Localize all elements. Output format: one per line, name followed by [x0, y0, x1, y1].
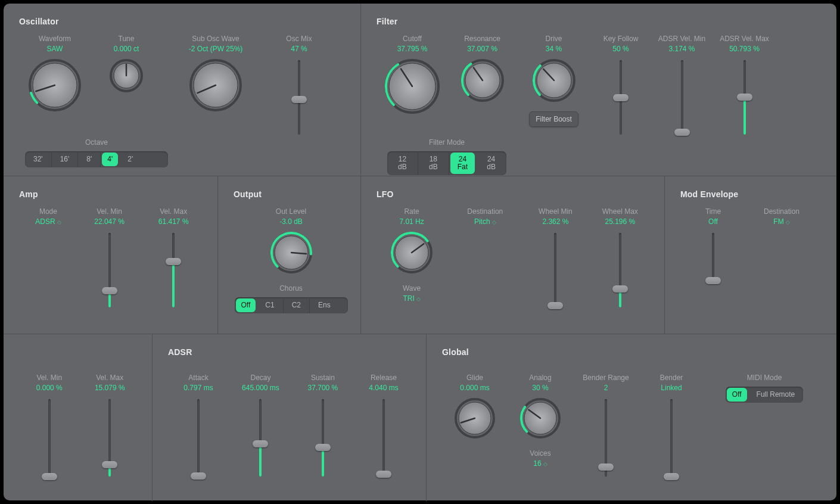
tune-knob[interactable]: [110, 59, 143, 95]
glide-label: Glide: [466, 374, 483, 382]
wheelmax-slider[interactable]: [615, 233, 626, 307]
keyfollow-value[interactable]: 50 %: [612, 45, 629, 53]
segment-option[interactable]: 12 dB: [387, 151, 418, 175]
benderrange-control: Bender Range 2: [573, 374, 639, 477]
segment-option[interactable]: 32': [25, 151, 52, 167]
segment-option[interactable]: 4': [102, 153, 118, 166]
attack-value[interactable]: 0.797 ms: [183, 384, 213, 392]
analog-knob[interactable]: [520, 398, 561, 441]
modvel-max-label: Vel. Max: [96, 374, 123, 382]
lfo-dest-value[interactable]: Pitch◇: [474, 217, 496, 226]
filtermode-segment[interactable]: 12 dB18 dB24Fat24 dB: [387, 151, 506, 175]
tune-value[interactable]: 0.000 ct: [114, 45, 139, 53]
wheelmin-slider[interactable]: [550, 233, 561, 307]
wheelmin-value[interactable]: 2.362 %: [542, 217, 568, 226]
attack-slider[interactable]: [193, 399, 204, 477]
segment-option[interactable]: 8': [78, 151, 101, 167]
subosc-knob[interactable]: [189, 59, 242, 114]
adsr-velmin-label: ADSR Vel. Min: [658, 35, 705, 43]
modenv-dest-value[interactable]: FM◇: [773, 217, 789, 226]
adsr-velmax-slider[interactable]: [739, 60, 750, 135]
modvel-min-slider[interactable]: [44, 399, 55, 477]
outlevel-knob[interactable]: [270, 232, 312, 276]
subosc-control: Sub Osc Wave -2 Oct (PW 25%): [162, 35, 269, 135]
lfo-rate-value[interactable]: 7.01 Hz: [399, 217, 424, 226]
drive-knob[interactable]: [533, 59, 575, 104]
release-slider[interactable]: [378, 399, 389, 477]
resonance-knob[interactable]: [461, 59, 504, 104]
subosc-value[interactable]: -2 Oct (PW 25%): [189, 45, 243, 53]
sustain-slider[interactable]: [318, 399, 328, 477]
adsr-section: ADSR Attack 0.797 ms Decay 645.000 ms Su…: [153, 334, 427, 501]
amp-mode-control: Mode ADSR◇: [19, 207, 77, 307]
lfo-title: LFO: [377, 189, 652, 199]
lfo-wave-value[interactable]: TRI◇: [403, 294, 420, 303]
modvel-min-value[interactable]: 0.000 %: [36, 384, 63, 392]
segment-option[interactable]: 24Fat: [450, 153, 475, 174]
sustain-value[interactable]: 37.700 %: [308, 384, 338, 392]
amp-velmax-slider[interactable]: [168, 233, 179, 307]
segment-option[interactable]: Full Remote: [748, 387, 804, 403]
lfo-rate-knob[interactable]: [391, 232, 433, 276]
amp-velmin-value[interactable]: 22.047 %: [94, 217, 125, 226]
outlevel-value[interactable]: -3.0 dB: [279, 217, 303, 226]
drive-control: Drive 34 % Filter Boost: [517, 35, 591, 135]
adsr-velmin-slider[interactable]: [677, 60, 687, 135]
chorus-segment[interactable]: OffC1C2Ens: [235, 297, 348, 313]
release-value[interactable]: 4.040 ms: [369, 384, 398, 392]
adsr-velmax-value[interactable]: 50.793 %: [729, 45, 760, 53]
oscmix-control: Osc Mix 47 %: [269, 35, 329, 135]
oscmix-value[interactable]: 47 %: [291, 45, 307, 53]
modenv-time-slider[interactable]: [708, 233, 718, 281]
decay-slider[interactable]: [255, 399, 266, 477]
adsr-velmin-value[interactable]: 3.174 %: [668, 45, 695, 53]
amp-title: Amp: [19, 189, 206, 199]
segment-option[interactable]: 2': [119, 151, 141, 167]
segment-option[interactable]: 16': [52, 151, 79, 167]
waveform-knob[interactable]: [29, 59, 81, 114]
decay-value[interactable]: 645.000 ms: [242, 384, 279, 392]
amp-mode-value[interactable]: ADSR◇: [35, 217, 61, 226]
modvel-max-slider[interactable]: [104, 399, 115, 477]
outlevel-control: Out Level -3.0 dB: [235, 207, 348, 276]
segment-option[interactable]: 18 dB: [418, 151, 449, 175]
cutoff-value[interactable]: 37.795 %: [397, 45, 428, 53]
midimode-label: MIDI Mode: [747, 374, 782, 382]
subosc-label: Sub Osc Wave: [192, 35, 239, 43]
segment-option[interactable]: C1: [257, 297, 283, 313]
amp-velmax-label: Vel. Max: [160, 207, 187, 216]
filter-boost-button[interactable]: Filter Boost: [529, 111, 578, 127]
modvel-min-label: Vel. Min: [36, 374, 62, 382]
benderrange-slider[interactable]: [601, 399, 611, 477]
modenv-time-value[interactable]: Off: [708, 217, 718, 226]
resonance-value[interactable]: 37.007 %: [467, 45, 497, 53]
segment-option[interactable]: Off: [236, 298, 256, 312]
amp-velmin-slider[interactable]: [104, 233, 115, 307]
wheelmax-value[interactable]: 25.196 %: [605, 217, 635, 226]
glide-knob[interactable]: [455, 398, 495, 441]
glide-control: Glide 0.000 ms: [442, 374, 508, 477]
adsr-title: ADSR: [168, 347, 414, 357]
glide-value[interactable]: 0.000 ms: [460, 384, 489, 392]
benderrange-value[interactable]: 2: [604, 384, 608, 392]
bender-value[interactable]: Linked: [661, 384, 682, 392]
oscmix-slider[interactable]: [294, 60, 304, 135]
octave-segment[interactable]: 32'16'8'4'2': [25, 151, 168, 167]
segment-option[interactable]: C2: [284, 297, 310, 313]
bender-slider[interactable]: [666, 399, 677, 477]
waveform-value[interactable]: SAW: [47, 45, 63, 53]
modvel-max-value[interactable]: 15.079 %: [95, 384, 125, 392]
segment-option[interactable]: 24 dB: [476, 151, 506, 175]
keyfollow-slider[interactable]: [615, 60, 626, 135]
segment-option[interactable]: Ens: [310, 297, 339, 313]
modenv-dest-label: Destination: [764, 207, 799, 216]
amp-velmax-value[interactable]: 61.417 %: [158, 217, 189, 226]
cutoff-knob[interactable]: [385, 59, 440, 116]
global-section: Global Glide 0.000 ms Analog 30 % Voices…: [427, 334, 836, 501]
drive-value[interactable]: 34 %: [546, 45, 562, 53]
segment-option[interactable]: Off: [727, 388, 747, 402]
voices-value[interactable]: 16◇: [533, 459, 547, 468]
midimode-segment[interactable]: OffFull Remote: [726, 387, 803, 403]
analog-value[interactable]: 30 %: [532, 384, 548, 392]
decay-label: Decay: [250, 374, 270, 382]
